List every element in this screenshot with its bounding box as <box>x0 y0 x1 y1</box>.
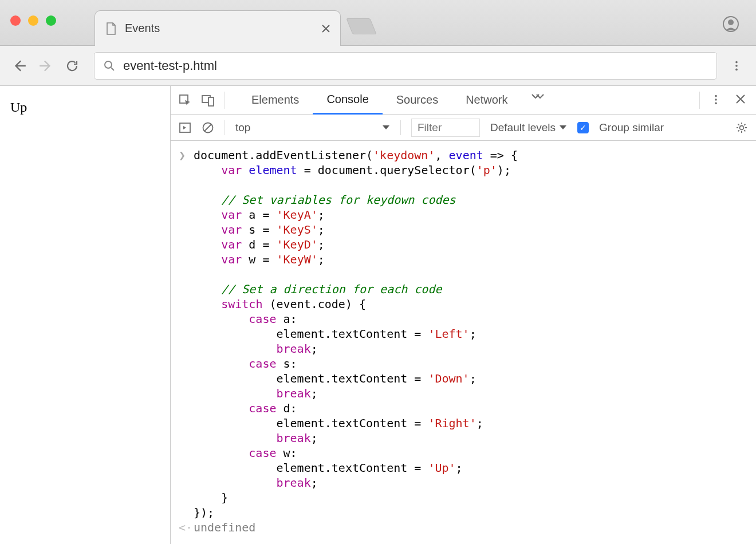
more-tabs-icon[interactable] <box>531 93 545 107</box>
omnibox[interactable]: event-test-p.html <box>94 52 717 80</box>
levels-label: Default levels <box>490 121 556 134</box>
devtools-tabbar: Elements Console Sources Network <box>171 86 756 115</box>
devtools-panel: Elements Console Sources Network <box>170 86 756 544</box>
tab-sources[interactable]: Sources <box>383 86 452 115</box>
back-button[interactable] <box>10 57 29 75</box>
group-similar-label: Group similar <box>599 121 664 134</box>
file-icon <box>105 22 117 36</box>
address-bar: event-test-p.html <box>0 46 756 86</box>
new-tab-button[interactable] <box>346 18 376 34</box>
log-levels-select[interactable]: Default levels <box>490 121 567 134</box>
maximize-window-button[interactable] <box>46 15 56 26</box>
console-return-line: <· undefined <box>171 520 756 535</box>
group-similar-checkbox[interactable]: ✓ <box>577 122 589 133</box>
svg-rect-8 <box>208 97 214 106</box>
devtools-menu-icon[interactable] <box>710 94 723 107</box>
console-output[interactable]: ❯ document.addEventListener('keydown', e… <box>171 141 756 544</box>
svg-point-9 <box>715 94 717 97</box>
close-window-button[interactable] <box>10 15 21 26</box>
console-input-line: ❯ document.addEventListener('keydown', e… <box>171 148 756 520</box>
browser-window: Events event-test-p.html <box>0 0 756 544</box>
chevron-down-icon <box>559 125 567 131</box>
url-text: event-test-p.html <box>123 58 217 73</box>
devtools-close-icon[interactable] <box>735 94 748 107</box>
svg-point-2 <box>105 61 112 68</box>
chevron-down-icon <box>382 125 390 131</box>
tab-network[interactable]: Network <box>452 86 521 115</box>
console-settings-icon[interactable] <box>735 121 748 134</box>
close-tab-icon[interactable] <box>322 25 330 33</box>
context-label: top <box>235 121 250 134</box>
console-code: document.addEventListener('keydown', eve… <box>194 148 518 520</box>
traffic-lights <box>10 15 56 26</box>
svg-point-1 <box>728 19 734 25</box>
prompt-icon: ❯ <box>179 148 194 520</box>
return-arrow-icon: <· <box>179 520 194 535</box>
page-paragraph: Up <box>10 100 160 115</box>
console-toolbar: top Default levels ✓ Group similar <box>171 115 756 141</box>
chrome-menu-button[interactable] <box>727 57 746 75</box>
inspect-element-icon[interactable] <box>179 94 191 107</box>
minimize-window-button[interactable] <box>28 15 38 26</box>
console-sidebar-toggle-icon[interactable] <box>179 121 191 134</box>
devtools-right-icons <box>699 92 748 109</box>
reload-button[interactable] <box>63 57 81 75</box>
svg-point-5 <box>735 68 738 70</box>
profile-avatar-icon[interactable] <box>723 16 739 32</box>
svg-point-11 <box>715 102 717 104</box>
browser-tab[interactable]: Events <box>94 10 341 46</box>
devtools-left-icons <box>179 92 225 109</box>
titlebar: Events <box>0 0 756 46</box>
tab-console[interactable]: Console <box>313 86 382 115</box>
svg-point-14 <box>740 125 744 129</box>
svg-point-10 <box>715 98 717 101</box>
tab-elements[interactable]: Elements <box>238 86 313 115</box>
console-filter-input[interactable] <box>411 119 480 137</box>
svg-point-3 <box>735 61 738 63</box>
console-context-select[interactable]: top <box>235 121 390 134</box>
svg-point-4 <box>735 65 738 67</box>
page-viewport: Up <box>0 86 170 544</box>
device-toolbar-icon[interactable] <box>202 94 214 107</box>
clear-console-icon[interactable] <box>202 121 214 134</box>
content-area: Up Elements Console Sources Network <box>0 86 756 544</box>
search-icon <box>104 60 115 72</box>
return-value: undefined <box>194 520 255 535</box>
tab-title: Events <box>125 22 322 35</box>
forward-button[interactable] <box>37 57 55 75</box>
